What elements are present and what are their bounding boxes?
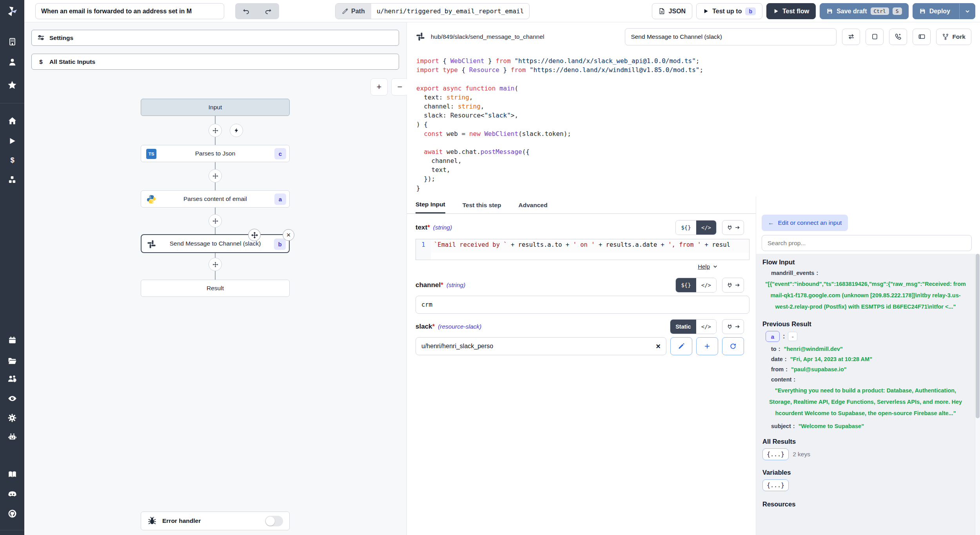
channel-value-input[interactable]: crm <box>416 296 750 314</box>
sidebar-item-variables[interactable]: $ <box>0 155 24 164</box>
clear-resource-button[interactable]: × <box>656 342 661 351</box>
sidebar-item-settings[interactable] <box>0 413 24 423</box>
result-date-row[interactable]: date: "Fri, Apr 14, 2023 at 10:28 AM" <box>762 356 969 362</box>
insert-step-button[interactable] <box>209 124 222 137</box>
sidebar-item-docs[interactable] <box>0 470 24 479</box>
help-link[interactable]: Help <box>698 263 710 270</box>
text-expression-editor[interactable]: 1 `Email received by ` + results.a.to + … <box>416 239 750 260</box>
sidebar-item-favorites[interactable] <box>0 80 24 90</box>
scrollbar[interactable] <box>975 254 980 535</box>
mandrill-events-key: mandrill_events <box>771 270 814 276</box>
connect-input-button[interactable] <box>722 319 744 334</box>
tab-step-input[interactable]: Step Input <box>416 197 445 213</box>
flow-node-result[interactable]: Result <box>141 280 290 297</box>
step-summary-input[interactable] <box>625 28 837 45</box>
sidebar-item-workers[interactable] <box>0 374 24 384</box>
expand-editor-button[interactable] <box>866 29 884 45</box>
toggle-code[interactable]: </> <box>696 221 716 235</box>
sidebar-item-discord[interactable] <box>0 489 24 499</box>
sidebar-item-runs[interactable] <box>0 137 24 145</box>
result-content-value[interactable]: "Everything you need to build a product:… <box>762 385 969 419</box>
toggle-expr[interactable]: ${} <box>676 221 696 235</box>
sidebar-item-schedules[interactable] <box>0 336 24 345</box>
error-handler-toggle[interactable] <box>265 516 283 526</box>
json-button[interactable]: JSON <box>652 3 693 19</box>
code-token: , <box>469 94 473 101</box>
slack-icon <box>147 239 156 249</box>
result-content-row[interactable]: content: <box>762 376 969 383</box>
sidebar-item-audit-logs[interactable] <box>0 394 24 403</box>
deploy-button[interactable]: Deploy <box>913 4 956 19</box>
connect-input-button[interactable] <box>722 220 744 235</box>
move-node-handle[interactable] <box>248 229 261 241</box>
scrollbar-thumb[interactable] <box>976 254 980 418</box>
sidebar-item-home[interactable] <box>0 116 24 125</box>
sidebar-item-github[interactable] <box>0 509 24 519</box>
calendar-icon <box>8 336 17 345</box>
result-a-badge[interactable]: a <box>766 331 780 342</box>
flow-settings-button[interactable]: Settings <box>31 30 399 46</box>
webhook-button[interactable] <box>889 29 907 45</box>
path-value[interactable]: u/henri/triggered_by_email_report_email <box>371 4 530 19</box>
sidebar-item-resources[interactable] <box>0 175 24 184</box>
all-static-inputs-button[interactable]: $ All Static Inputs <box>31 54 399 70</box>
mandrill-events-row[interactable]: mandrill_events: <box>762 270 969 276</box>
test-flow-button[interactable]: Test flow <box>766 3 816 19</box>
add-resource-button[interactable] <box>696 337 718 355</box>
result-to-row[interactable]: to: "henri@windmill.dev" <box>762 346 969 352</box>
flow-summary-input[interactable] <box>35 3 224 19</box>
delete-node-button[interactable]: × <box>283 229 294 241</box>
toggle-expr[interactable]: ${} <box>676 278 696 292</box>
test-up-to-button[interactable]: Test up to b <box>696 3 762 19</box>
refresh-resource-button[interactable] <box>722 337 744 355</box>
zoom-out-label: − <box>397 82 403 92</box>
insert-trigger-button[interactable] <box>230 124 243 137</box>
search-prop-input[interactable] <box>762 235 972 251</box>
zoom-out-button[interactable]: − <box>391 78 408 96</box>
tab-advanced[interactable]: Advanced <box>519 197 548 213</box>
insert-step-button[interactable] <box>209 258 222 271</box>
toggle-code[interactable]: </> <box>696 320 716 334</box>
sidebar-item-user[interactable] <box>0 58 24 67</box>
redo-button[interactable] <box>259 5 277 18</box>
collapse-button[interactable]: - <box>788 332 797 341</box>
mandrill-events-value[interactable]: "[{"event":"inbound","ts":1683819426,"ms… <box>762 278 969 313</box>
flow-node-b-selected[interactable]: Send Message to Channel (slack) b × <box>141 234 290 253</box>
text-expression[interactable]: `Email received by ` + results.a.to + ' … <box>431 239 749 260</box>
expand-variables-button[interactable]: {...} <box>762 479 789 491</box>
flow-node-a[interactable]: Parses content of email a <box>141 190 290 208</box>
toggle-code[interactable]: </> <box>696 278 716 292</box>
edit-resource-button[interactable] <box>670 337 692 355</box>
sidebar-item-workspace[interactable] <box>0 37 24 46</box>
restart-button[interactable] <box>842 29 860 45</box>
toggle-static[interactable]: Static <box>670 320 696 334</box>
deploy-menu-button[interactable] <box>959 4 975 19</box>
result-from-row[interactable]: from: "paul@supabase.io" <box>762 366 969 372</box>
result-key: date <box>771 356 783 362</box>
slack-resource-picker[interactable]: u/henri/henri_slack_perso × <box>416 337 666 355</box>
error-handler-node[interactable]: Error handler <box>141 512 290 530</box>
dock-panel-button[interactable] <box>913 29 931 45</box>
flow-node-c[interactable]: TS Parses to Json c <box>141 145 290 162</box>
path-group[interactable]: Path u/henri/triggered_by_email_report_e… <box>335 3 530 19</box>
fork-button[interactable]: Fork <box>936 29 971 45</box>
insert-step-button[interactable] <box>209 214 222 228</box>
sidebar-item-folders[interactable] <box>0 356 24 365</box>
insert-step-button[interactable] <box>209 169 222 183</box>
result-subject-row[interactable]: subject: "Welcome to Supabase" <box>762 423 969 429</box>
sidebar-item-worker-groups[interactable] <box>0 432 24 442</box>
tab-test-this-step[interactable]: Test this step <box>463 197 501 213</box>
path-chip[interactable]: Path <box>336 4 371 19</box>
expand-all-results-button[interactable]: {...} <box>762 448 789 460</box>
hub-script-path[interactable]: hub/849/slack/send_message_to_channel <box>431 33 544 40</box>
flow-node-input[interactable]: Input <box>141 99 290 116</box>
save-draft-button[interactable]: Save draft Ctrl S <box>820 3 909 19</box>
windmill-logo[interactable] <box>0 0 24 22</box>
colon: : <box>793 423 795 429</box>
code-token: slack: Resource< <box>416 112 484 119</box>
edit-or-connect-button[interactable]: ← Edit or connect an input <box>762 215 848 231</box>
connect-input-button[interactable] <box>722 278 744 293</box>
code-editor[interactable]: import { WebClient } from "https://deno.… <box>407 51 980 197</box>
zoom-in-button[interactable]: + <box>370 78 388 96</box>
undo-button[interactable] <box>237 5 255 18</box>
